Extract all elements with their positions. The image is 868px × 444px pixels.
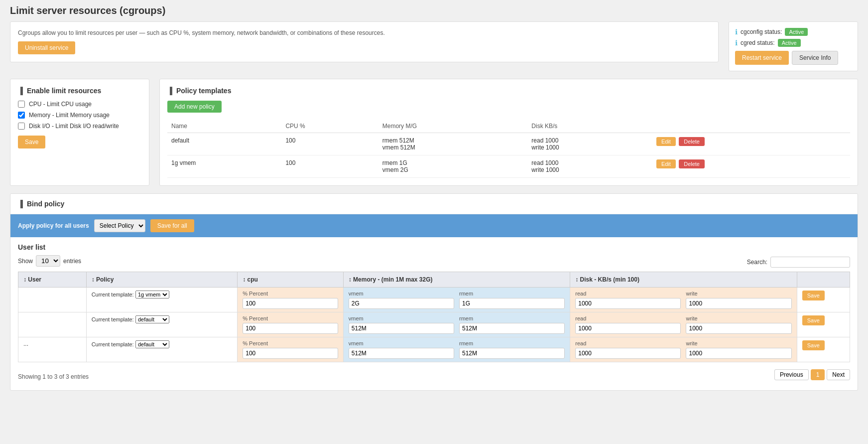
- rmem-input[interactable]: [459, 348, 565, 359]
- percent-label: % Percent: [243, 315, 338, 321]
- user-cell: ...: [18, 337, 87, 362]
- next-page-button[interactable]: Next: [827, 369, 850, 380]
- write-input[interactable]: [686, 348, 791, 359]
- cgconfig-status-badge: Active: [785, 28, 808, 36]
- user-cell: [18, 312, 87, 337]
- write-input[interactable]: [686, 323, 791, 334]
- read-input[interactable]: [575, 298, 681, 309]
- current-template-label: Current template:: [92, 292, 134, 297]
- rmem-input[interactable]: [459, 298, 565, 309]
- disk-label: Disk I/O - Limit Disk I/O read/write: [29, 123, 119, 130]
- col-header-memory[interactable]: ↕ Memory - (min 1M max 32G): [343, 272, 570, 288]
- policy-col-actions: [652, 120, 850, 133]
- write-label: write: [686, 340, 791, 346]
- policy-cpu-cell: 100: [281, 133, 378, 155]
- show-entries-select[interactable]: 10 25 50: [36, 255, 60, 267]
- col-header-disk[interactable]: ↕ Disk - KB/s (min 100): [570, 272, 797, 288]
- edit-policy-button[interactable]: Edit: [656, 137, 676, 146]
- template-select[interactable]: 1g vmem default: [135, 340, 169, 348]
- show-label: Show: [18, 258, 33, 265]
- read-label: read: [575, 340, 681, 346]
- entries-label: entries: [63, 258, 81, 265]
- policy-cell: Current template: 1g vmem default: [86, 337, 238, 362]
- vmem-label: vmem: [349, 315, 454, 321]
- memory-label: Memory - Limit Memory usage: [29, 112, 110, 119]
- percent-label: % Percent: [243, 291, 338, 296]
- col-header-action: [797, 272, 850, 288]
- bind-panel-icon: ▐: [18, 200, 23, 208]
- user-cell: [18, 288, 87, 312]
- read-input[interactable]: [575, 323, 681, 334]
- page-title: Limit server resources (cgroups): [10, 5, 858, 16]
- cpu-checkbox[interactable]: [18, 101, 25, 108]
- memory-cell: vmem rmem: [343, 312, 570, 337]
- page-description: Cgroups allow you to limit resources per…: [18, 29, 711, 36]
- restart-service-button[interactable]: Restart service: [735, 51, 789, 65]
- showing-text: Showing 1 to 3 of 3 entries: [18, 369, 89, 384]
- rmem-label: rmem: [459, 291, 565, 296]
- policy-select[interactable]: Select Policy default 1g vmem: [94, 219, 145, 232]
- memory-checkbox[interactable]: [18, 112, 25, 119]
- user-save-button[interactable]: Save: [802, 315, 825, 325]
- policy-name-cell: default: [167, 133, 281, 155]
- cpu-cell: % Percent: [238, 288, 344, 312]
- bind-panel-title: Bind policy: [27, 200, 64, 208]
- disk-col-label: ↕ Disk - KB/s (min 100): [575, 276, 639, 283]
- template-select[interactable]: 1g vmem default: [135, 315, 169, 323]
- template-select[interactable]: 1g vmem default: [135, 291, 169, 298]
- policy-row: default 100 rmem 512Mvmem 512M read 1000…: [167, 133, 850, 155]
- vmem-input[interactable]: [349, 348, 454, 359]
- vmem-label: vmem: [349, 291, 454, 296]
- prev-page-button[interactable]: Previous: [774, 369, 809, 380]
- page-1-button[interactable]: 1: [811, 369, 825, 380]
- user-list-title: User list: [18, 243, 850, 251]
- rmem-label: rmem: [459, 340, 565, 346]
- policy-cpu-cell: 100: [281, 155, 378, 178]
- policy-col-name: Name: [167, 120, 281, 133]
- search-label: Search:: [747, 259, 767, 266]
- delete-policy-button[interactable]: Delete: [679, 159, 705, 168]
- cpu-input[interactable]: [243, 323, 338, 334]
- policy-disk-cell: read 1000write 1000: [527, 133, 652, 155]
- uninstall-service-button[interactable]: Uninstall service: [18, 41, 75, 54]
- vmem-input[interactable]: [349, 323, 454, 334]
- search-input[interactable]: [770, 257, 850, 268]
- policy-disk-cell: read 1000write 1000: [527, 155, 652, 178]
- cpu-input[interactable]: [243, 298, 338, 309]
- user-save-button[interactable]: Save: [802, 340, 825, 350]
- disk-checkbox[interactable]: [18, 123, 25, 130]
- user-col-label: ↕ User: [23, 276, 41, 283]
- edit-policy-button[interactable]: Edit: [656, 159, 676, 168]
- user-save-button[interactable]: Save: [802, 291, 825, 300]
- add-policy-button[interactable]: Add new policy: [167, 101, 222, 113]
- cpu-input[interactable]: [243, 348, 338, 359]
- policy-row: 1g vmem 100 rmem 1Gvmem 2G read 1000writ…: [167, 155, 850, 178]
- cpu-cell: % Percent: [238, 337, 344, 362]
- cgred-info-icon: ℹ: [735, 39, 738, 47]
- policy-actions-cell: Edit Delete: [652, 133, 850, 155]
- policy-actions-cell: Edit Delete: [652, 155, 850, 178]
- cgconfig-info-icon: ℹ: [735, 28, 738, 36]
- col-header-policy[interactable]: ↕ Policy: [86, 272, 238, 288]
- policy-memory-cell: rmem 512Mvmem 512M: [378, 133, 528, 155]
- current-template-label: Current template:: [92, 341, 134, 347]
- enable-save-button[interactable]: Save: [18, 136, 45, 148]
- col-header-user[interactable]: ↕ User: [18, 272, 87, 288]
- user-row: Current template: 1g vmem default % Perc…: [18, 312, 850, 337]
- service-info-button[interactable]: Service Info: [792, 51, 838, 65]
- cpu-cell: % Percent: [238, 312, 344, 337]
- vmem-label: vmem: [349, 340, 454, 346]
- write-input[interactable]: [686, 298, 791, 309]
- policy-col-memory: Memory M/G: [378, 120, 528, 133]
- rmem-input[interactable]: [459, 323, 565, 334]
- memory-col-label: ↕ Memory - (min 1M max 32G): [349, 276, 433, 283]
- memory-cell: vmem rmem: [343, 337, 570, 362]
- vmem-input[interactable]: [349, 298, 454, 309]
- save-for-all-button[interactable]: Save for all: [150, 219, 194, 232]
- col-header-cpu[interactable]: ↕ cpu: [238, 272, 344, 288]
- policy-col-disk: Disk KB/s: [527, 120, 652, 133]
- read-input[interactable]: [575, 348, 681, 359]
- delete-policy-button[interactable]: Delete: [679, 137, 705, 146]
- disk-cell: read write: [570, 288, 797, 312]
- disk-cell: read write: [570, 312, 797, 337]
